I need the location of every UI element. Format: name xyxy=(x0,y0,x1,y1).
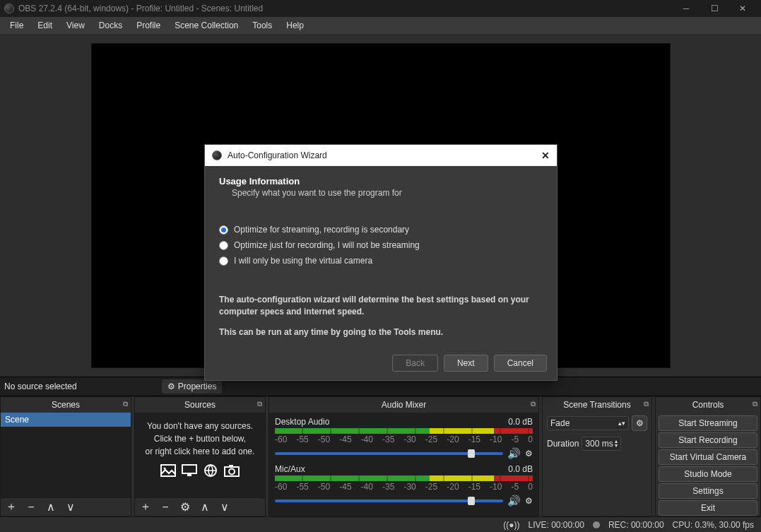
scenes-title: Scenes ⧉ xyxy=(1,397,131,413)
dialog-title-text: Auto-Configuration Wizard xyxy=(228,150,327,160)
controls-dock: Controls ⧉ Start Streaming Start Recordi… xyxy=(655,396,761,516)
move-scene-down-button[interactable]: ∨ xyxy=(64,500,77,514)
volume-meter xyxy=(275,428,533,434)
start-recording-button[interactable]: Start Recording xyxy=(659,432,757,448)
transitions-title: Scene Transitions ⧉ xyxy=(543,397,651,413)
dialog-titlebar: Auto-Configuration Wizard ✕ xyxy=(205,145,557,166)
svg-rect-0 xyxy=(161,465,175,476)
scenes-dock: Scenes ⧉ Scene ＋ − ∧ ∨ xyxy=(0,396,131,516)
radio-optimize-streaming[interactable]: Optimize for streaming, recording is sec… xyxy=(219,225,543,235)
menu-view[interactable]: View xyxy=(59,18,92,33)
controls-title-label: Controls xyxy=(692,400,724,410)
menu-file[interactable]: File xyxy=(3,18,30,33)
speaker-icon[interactable]: 🔊 xyxy=(507,447,521,460)
record-dot-icon xyxy=(593,521,600,528)
popout-icon[interactable]: ⧉ xyxy=(257,400,262,408)
svg-rect-3 xyxy=(187,474,191,476)
studio-mode-button[interactable]: Studio Mode xyxy=(659,466,757,482)
radio-label: Optimize for streaming, recording is sec… xyxy=(234,225,409,235)
mixer-channel-desktop: Desktop Audio 0.0 dB -60-55-50-45-40-35-… xyxy=(269,414,538,461)
meter-ticks: -60-55-50-45-40-35-30-25-20-15-10-50 xyxy=(275,435,533,444)
transitions-dock: Scene Transitions ⧉ Fade ▴▾ ⚙ Duration 3… xyxy=(542,396,652,516)
meter-ticks: -60-55-50-45-40-35-30-25-20-15-10-50 xyxy=(275,482,533,492)
popout-icon[interactable]: ⧉ xyxy=(531,400,536,408)
maximize-button[interactable]: ☐ xyxy=(700,0,728,17)
back-button[interactable]: Back xyxy=(392,355,438,372)
radio-icon xyxy=(219,225,228,235)
radio-icon xyxy=(219,256,228,266)
menu-profile[interactable]: Profile xyxy=(129,18,167,33)
obs-logo-icon xyxy=(212,150,222,160)
add-source-button[interactable]: ＋ xyxy=(139,500,152,514)
transition-selected: Fade xyxy=(550,418,570,428)
move-source-up-button[interactable]: ∧ xyxy=(199,500,211,514)
display-source-icon xyxy=(182,463,197,478)
broadcast-icon: ((●)) xyxy=(503,520,519,530)
window-title: OBS 27.2.4 (64-bit, windows) - Profile: … xyxy=(18,4,263,13)
scenes-title-label: Scenes xyxy=(52,400,80,410)
channel-settings-icon[interactable]: ⚙ xyxy=(525,496,533,506)
move-scene-up-button[interactable]: ∧ xyxy=(45,500,57,514)
radio-label: Optimize just for recording, I will not … xyxy=(234,240,420,250)
next-button[interactable]: Next xyxy=(444,355,488,372)
move-source-down-button[interactable]: ∨ xyxy=(218,500,231,514)
start-streaming-button[interactable]: Start Streaming xyxy=(659,415,757,431)
status-live: LIVE: 00:00:00 xyxy=(528,520,584,530)
menubar: File Edit View Docks Profile Scene Colle… xyxy=(0,17,761,34)
exit-button[interactable]: Exit xyxy=(659,500,757,516)
radio-icon xyxy=(219,241,228,250)
camera-source-icon xyxy=(224,463,240,478)
speaker-icon[interactable]: 🔊 xyxy=(507,495,521,507)
sources-empty-line: You don't have any sources. xyxy=(142,420,258,432)
menu-tools[interactable]: Tools xyxy=(245,18,279,33)
scene-item[interactable]: Scene xyxy=(1,413,131,427)
close-button[interactable]: ✕ xyxy=(728,0,757,17)
transitions-title-label: Scene Transitions xyxy=(563,400,630,410)
titlebar: OBS 27.2.4 (64-bit, windows) - Profile: … xyxy=(0,0,761,17)
settings-button[interactable]: Settings xyxy=(659,483,757,499)
popout-icon[interactable]: ⧉ xyxy=(644,400,649,408)
dialog-heading: Usage Information xyxy=(219,176,543,187)
mixer-title: Audio Mixer ⧉ xyxy=(269,397,538,413)
gear-icon: ⚙ xyxy=(167,382,175,391)
main-area: No source selected ⚙ Properties Scenes ⧉… xyxy=(0,34,761,516)
dialog-info-1: The auto-configuration wizard will deter… xyxy=(219,294,543,318)
audio-mixer-dock: Audio Mixer ⧉ Desktop Audio 0.0 dB -60-5… xyxy=(269,396,539,516)
menu-help[interactable]: Help xyxy=(279,18,311,33)
duration-input[interactable]: 300 ms ▴▾ xyxy=(582,437,621,451)
status-rec: REC: 00:00:00 xyxy=(608,520,664,530)
remove-source-button[interactable]: − xyxy=(159,501,172,514)
svg-rect-6 xyxy=(229,465,233,468)
radio-optimize-recording[interactable]: Optimize just for recording, I will not … xyxy=(219,240,543,250)
dialog-close-button[interactable]: ✕ xyxy=(541,150,550,161)
sources-dock: Sources ⧉ You don't have any sources. Cl… xyxy=(134,396,266,516)
auto-config-dialog: Auto-Configuration Wizard ✕ Usage Inform… xyxy=(204,144,558,381)
transition-settings-button[interactable]: ⚙ xyxy=(632,415,647,431)
source-settings-button[interactable]: ⚙ xyxy=(179,500,191,514)
menu-docks[interactable]: Docks xyxy=(92,18,129,33)
menu-edit[interactable]: Edit xyxy=(30,18,59,33)
volume-slider[interactable] xyxy=(275,452,503,455)
sources-title: Sources ⧉ xyxy=(135,397,265,413)
svg-point-7 xyxy=(229,469,235,475)
popout-icon[interactable]: ⧉ xyxy=(753,400,757,408)
start-virtual-camera-button[interactable]: Start Virtual Camera xyxy=(659,449,757,465)
status-cpu: CPU: 0.3%, 30.00 fps xyxy=(673,520,754,530)
radio-virtual-camera[interactable]: I will only be using the virtual camera xyxy=(219,256,543,266)
volume-meter xyxy=(275,475,533,481)
volume-slider[interactable] xyxy=(275,500,503,502)
cancel-button[interactable]: Cancel xyxy=(494,355,547,372)
channel-settings-icon[interactable]: ⚙ xyxy=(525,449,533,459)
properties-label: Properties xyxy=(178,382,217,391)
channel-name: Desktop Audio xyxy=(275,417,329,427)
transition-select[interactable]: Fade ▴▾ xyxy=(547,416,629,430)
properties-button[interactable]: ⚙ Properties xyxy=(162,379,223,394)
minimize-button[interactable]: ─ xyxy=(672,0,700,17)
mixer-channel-mic: Mic/Aux 0.0 dB -60-55-50-45-40-35-30-25-… xyxy=(269,461,538,509)
dialog-subheading: Specify what you want to use the program… xyxy=(232,188,543,198)
sources-empty-line: Click the + button below, xyxy=(142,432,258,445)
popout-icon[interactable]: ⧉ xyxy=(123,400,128,408)
add-scene-button[interactable]: ＋ xyxy=(5,500,18,514)
menu-scene-collection[interactable]: Scene Collection xyxy=(167,18,245,33)
remove-scene-button[interactable]: − xyxy=(25,501,37,514)
